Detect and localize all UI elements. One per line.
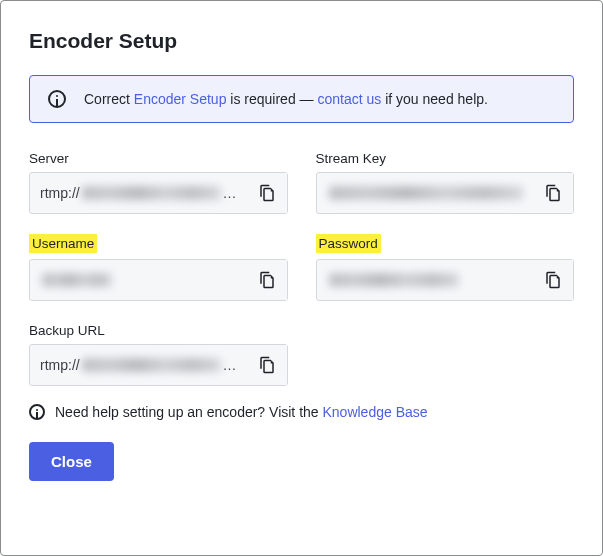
streamkey-field: Stream Key [316,149,575,214]
info-alert: Correct Encoder Setup is required — cont… [29,75,574,123]
server-prefix: rtmp:// [40,185,80,201]
password-field: Password [316,234,575,301]
copy-backup-button[interactable] [247,345,287,385]
fields-grid: Server rtmp:// … Stream Key [29,149,574,301]
footer-text: Need help setting up an encoder? Visit t… [55,404,428,420]
redacted-value [329,186,524,200]
password-input[interactable] [316,259,575,301]
alert-text: is required — [226,91,317,107]
backup-label: Backup URL [29,323,105,338]
copy-server-button[interactable] [247,173,287,213]
contact-us-link[interactable]: contact us [317,91,381,107]
redacted-value [82,358,221,372]
footer-help-text: Need help setting up an encoder? Visit t… [55,404,322,420]
alert-message: Correct Encoder Setup is required — cont… [84,91,555,107]
info-icon [29,404,45,420]
streamkey-input[interactable] [316,172,575,214]
redacted-value [42,273,112,287]
backup-row: Backup URL rtmp:// … [29,321,574,386]
dialog-title: Encoder Setup [29,29,574,53]
copy-icon [258,270,276,290]
username-label: Username [29,234,97,253]
info-icon [48,90,66,108]
username-field: Username [29,234,288,301]
server-input[interactable]: rtmp:// … [29,172,288,214]
copy-streamkey-button[interactable] [533,173,573,213]
copy-icon [544,183,562,203]
copy-icon [258,183,276,203]
redacted-value [82,186,221,200]
redacted-value [329,273,459,287]
knowledge-base-link[interactable]: Knowledge Base [322,404,427,420]
footer-help: Need help setting up an encoder? Visit t… [29,404,574,420]
copy-password-button[interactable] [533,260,573,300]
copy-icon [258,355,276,375]
streamkey-label: Stream Key [316,151,387,166]
server-field: Server rtmp:// … [29,149,288,214]
backup-field: Backup URL rtmp:// … [29,321,288,386]
alert-text: if you need help. [381,91,488,107]
encoder-setup-link[interactable]: Encoder Setup [134,91,227,107]
copy-username-button[interactable] [247,260,287,300]
password-label: Password [316,234,381,253]
ellipsis: … [221,357,237,373]
copy-icon [544,270,562,290]
alert-text: Correct [84,91,134,107]
username-input[interactable] [29,259,288,301]
backup-prefix: rtmp:// [40,357,80,373]
close-button[interactable]: Close [29,442,114,481]
server-label: Server [29,151,69,166]
backup-input[interactable]: rtmp:// … [29,344,288,386]
encoder-setup-dialog: Encoder Setup Correct Encoder Setup is r… [0,0,603,556]
ellipsis: … [221,185,237,201]
